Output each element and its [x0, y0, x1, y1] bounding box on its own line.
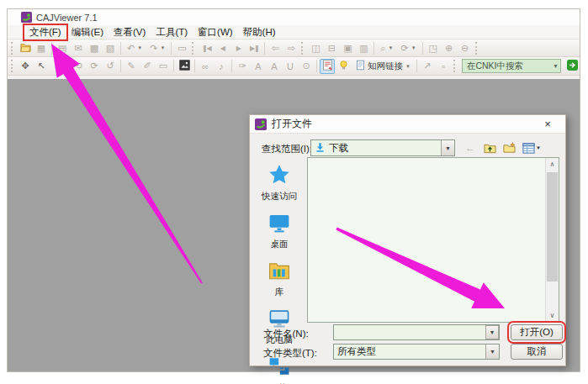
back-icon[interactable]: ←	[462, 139, 479, 156]
sound-annot-button[interactable]: ♪	[214, 59, 229, 74]
views-icon[interactable]: ▼	[520, 139, 543, 156]
cnki-link-button[interactable]: 知网链接▼	[352, 59, 414, 74]
close-icon[interactable]: ×	[535, 116, 560, 133]
select-tool-button[interactable]: ↖	[34, 59, 49, 74]
sound-annot-icon: ♪	[219, 61, 224, 71]
zoom-in-button[interactable]: ⊕	[442, 40, 457, 55]
menu-item-4[interactable]: 窗口(W)	[193, 25, 238, 39]
chevron-down-icon[interactable]: ▼	[411, 45, 416, 50]
toolbar-tools: ✥↖T⟲⟳↺✎✐▭∞♪✑AAU⊙知网链接▼↗▫在CNKI中搜索▼▼?	[8, 57, 580, 76]
chevron-down-icon[interactable]: ▼	[389, 45, 394, 50]
open-button[interactable]: 打开(O)	[511, 324, 563, 340]
rotate-right-button[interactable]: ⟳	[87, 59, 102, 74]
scrollbar-track[interactable]	[546, 171, 559, 309]
copy-button[interactable]: ▩	[87, 40, 102, 55]
forward-view-button[interactable]: ⇨	[283, 40, 299, 55]
file-list[interactable]	[308, 158, 545, 322]
chevron-down-icon[interactable]: ▼	[137, 45, 142, 50]
chevron-down-icon[interactable]: ▼	[553, 63, 559, 69]
filetype-combo[interactable]: 所有类型 ▼	[333, 344, 500, 360]
circle-annot-button[interactable]: ⊙	[299, 59, 314, 74]
toolbar-grip[interactable]	[11, 42, 15, 55]
text-select-button[interactable]: T	[50, 59, 65, 74]
chevron-down-icon[interactable]: ▼	[160, 45, 165, 50]
prev-page-button[interactable]: ◀	[215, 40, 230, 55]
menu-item-2[interactable]: 查看(V)	[109, 25, 151, 39]
strikeout-button[interactable]: A	[267, 59, 282, 74]
zoom-select-button[interactable]: ⌕▼	[377, 40, 396, 55]
dialog-titlebar[interactable]: 打开文件 ×	[250, 115, 565, 134]
pencil-tool-button[interactable]: ✎	[124, 59, 139, 74]
toolbar-grip[interactable]	[475, 42, 479, 55]
cnki-search-input[interactable]: 在CNKI中搜索▼	[462, 59, 561, 73]
toolbar-grip[interactable]	[301, 42, 305, 55]
save-button[interactable]: ▦	[34, 40, 49, 55]
place-item-this-pc[interactable]: 此电脑	[252, 302, 306, 350]
fit-width-button[interactable]: ◫	[308, 40, 323, 55]
redo-button[interactable]: ↷▼	[146, 40, 168, 55]
undo-button[interactable]: ↶▼	[124, 40, 146, 55]
next-page-button[interactable]: ▶	[230, 40, 246, 55]
font-color-button[interactable]: A	[251, 59, 266, 74]
up-one-level-icon[interactable]	[481, 139, 498, 156]
fit-height-button[interactable]: ⊟	[324, 40, 339, 55]
scroll-up-icon[interactable]: ∧	[546, 158, 559, 171]
first-page-button[interactable]: ❚◀	[199, 40, 214, 55]
fit-height-icon: ⊟	[328, 43, 336, 54]
chevron-down-icon[interactable]: ▼	[441, 140, 454, 155]
star-icon	[268, 164, 290, 189]
cancel-button[interactable]: 取消	[511, 344, 563, 360]
scroll-down-icon[interactable]: ∨	[546, 309, 559, 322]
highlight-text-button[interactable]: ✑	[235, 59, 250, 74]
toolbar-grip[interactable]	[192, 42, 196, 55]
chevron-down-icon[interactable]: ▼	[536, 145, 541, 150]
library-icon	[268, 260, 290, 285]
filename-dropdown-icon[interactable]: ▼	[485, 325, 499, 339]
toolbar-grip[interactable]	[453, 60, 458, 72]
toolbar-separator	[231, 60, 232, 72]
zoom-out-button[interactable]: ⊖	[458, 40, 473, 55]
look-in-combo[interactable]: 下载 ▼	[310, 139, 455, 156]
filename-input[interactable]	[333, 324, 500, 340]
menu-item-3[interactable]: 工具(T)	[151, 25, 193, 39]
snapshot-button[interactable]: ▧	[103, 40, 118, 55]
menu-item-5[interactable]: 帮助(H)	[238, 25, 281, 39]
email-button[interactable]: ✉	[71, 40, 86, 55]
last-page-button[interactable]: ▶❚	[246, 40, 262, 55]
select-zone-button[interactable]: ◳	[426, 40, 441, 55]
open-file-button[interactable]	[18, 40, 33, 55]
rotate-button[interactable]: ⟳▼	[397, 40, 419, 55]
fit-page-button[interactable]: ▣	[340, 40, 355, 55]
hand-tool-button[interactable]: ✥	[18, 59, 33, 74]
print-button[interactable]: ▤	[55, 40, 70, 55]
place-item-desktop[interactable]: 桌面	[252, 207, 306, 255]
rotate-left-button[interactable]: ⟲	[71, 59, 86, 74]
chevron-down-icon[interactable]: ▼	[405, 64, 411, 69]
filetype-value: 所有类型	[337, 345, 376, 358]
place-item-library[interactable]: 库	[252, 255, 306, 302]
place-item-quick-access[interactable]: 快速访问	[252, 159, 306, 207]
select-tool-icon: ↖	[37, 60, 45, 71]
back-view-button[interactable]: ⇦	[268, 40, 283, 55]
ocr-button[interactable]	[320, 59, 335, 74]
scrollbar-thumb[interactable]	[547, 172, 558, 281]
send-button[interactable]: ↗	[420, 59, 435, 74]
image-tool-button[interactable]	[177, 59, 192, 74]
continuous-view-button[interactable]: ▥	[356, 40, 371, 55]
new-folder-icon[interactable]	[501, 139, 517, 156]
search-go-button[interactable]: ▼	[564, 59, 580, 74]
link-tool-button[interactable]: ∞	[198, 59, 213, 74]
menu-item-0[interactable]: 文件(F)	[24, 25, 66, 39]
stamp-button[interactable]: ▫	[436, 59, 451, 74]
tip-button[interactable]	[336, 59, 351, 74]
pen-tool-button[interactable]: ✐	[140, 59, 155, 74]
rotate-180-button[interactable]: ↺	[103, 59, 118, 74]
menu-item-1[interactable]: 编辑(E)	[66, 25, 109, 39]
vertical-scrollbar[interactable]: ∧ ∨	[545, 158, 559, 322]
search-placeholder-text: 在CNKI中搜索	[467, 60, 523, 72]
chevron-down-icon[interactable]: ▼	[485, 345, 499, 359]
page-setup-button[interactable]: ▭	[174, 40, 189, 55]
underline-button[interactable]: U	[283, 59, 298, 74]
rect-annot-button[interactable]: ▭	[156, 59, 171, 74]
toolbar-grip[interactable]	[11, 60, 15, 72]
